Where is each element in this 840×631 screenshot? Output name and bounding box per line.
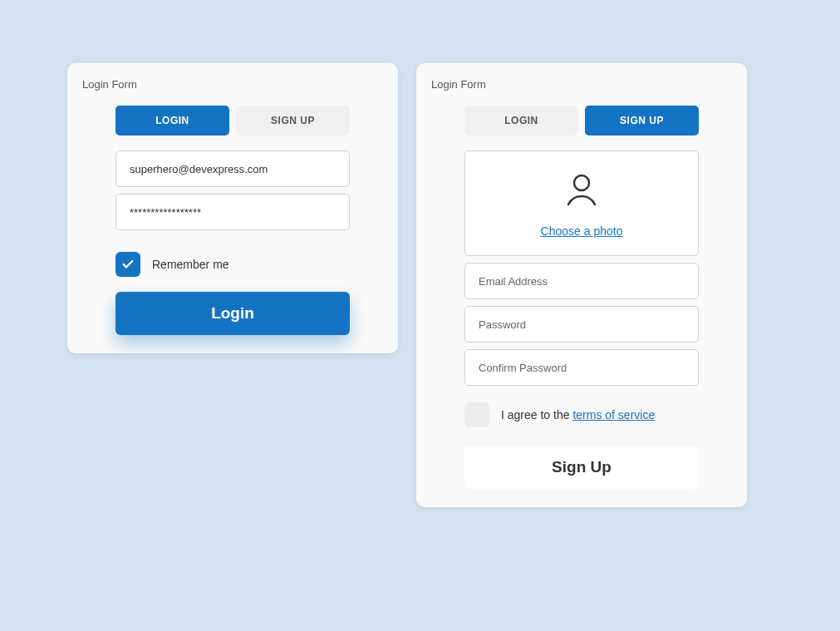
tab-signup[interactable]: SIGN UP [236, 106, 350, 136]
photo-uploader[interactable]: Choose a photo [464, 150, 699, 256]
choose-photo-link[interactable]: Choose a photo [541, 224, 623, 238]
card-title: Login Form [82, 78, 383, 91]
remember-checkbox[interactable] [115, 252, 140, 277]
password-field[interactable] [464, 306, 699, 343]
terms-of-service-link[interactable]: terms of service [572, 408, 655, 421]
tab-login[interactable]: LOGIN [464, 106, 578, 136]
signup-card: Login Form LOGIN SIGN UP Choose a photo … [416, 63, 747, 507]
avatar-icon [562, 171, 602, 211]
check-icon [121, 258, 135, 271]
remember-label: Remember me [152, 258, 229, 271]
signup-button[interactable]: Sign Up [464, 446, 699, 489]
login-card: Login Form LOGIN SIGN UP Remember me Log… [67, 63, 398, 353]
tabs: LOGIN SIGN UP [82, 106, 383, 136]
card-title: Login Form [431, 78, 732, 91]
login-button[interactable]: Login [115, 292, 350, 335]
email-field[interactable] [115, 150, 350, 187]
svg-point-0 [574, 175, 589, 190]
email-field[interactable] [464, 263, 699, 299]
tab-login[interactable]: LOGIN [115, 106, 229, 136]
terms-label: I agree to the terms of service [501, 408, 655, 421]
tabs: LOGIN SIGN UP [431, 106, 732, 136]
terms-checkbox[interactable] [464, 402, 489, 427]
tab-signup[interactable]: SIGN UP [585, 106, 699, 136]
confirm-password-field[interactable] [464, 349, 699, 386]
password-field[interactable] [115, 194, 350, 230]
